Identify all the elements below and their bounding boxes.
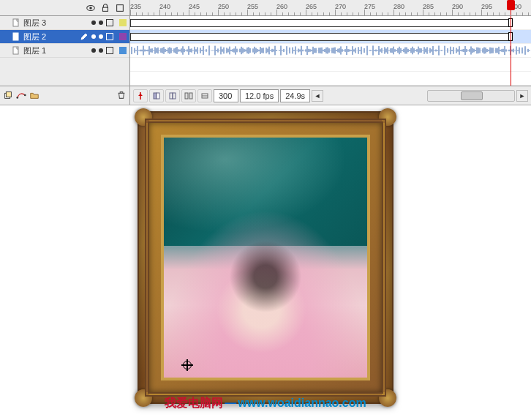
onion-skin-icon[interactable] [149, 89, 164, 102]
lock-icon[interactable] [100, 3, 110, 13]
ornate-frame[interactable] [138, 111, 393, 404]
lock-dot[interactable] [99, 20, 103, 25]
layer-page-icon [12, 46, 20, 55]
outline-icon[interactable] [115, 3, 125, 13]
outline-toggle[interactable] [106, 33, 113, 40]
svg-rect-8 [6, 91, 11, 97]
watermark-dash: — [225, 397, 236, 409]
ruler-tick-label: 280 [393, 3, 404, 10]
ruler-tick-label: 255 [247, 3, 258, 10]
svg-rect-15 [170, 93, 173, 99]
scroll-left-arrow[interactable]: ◄ [312, 90, 323, 102]
insert-folder-icon[interactable] [29, 90, 39, 102]
svg-point-9 [16, 97, 18, 99]
ruler-tick-label: 235 [130, 3, 141, 10]
scrollbar-thumb[interactable] [461, 91, 483, 100]
timeline-scrollbar[interactable] [427, 90, 515, 102]
outline-toggle[interactable] [106, 19, 113, 26]
lock-dot[interactable] [99, 48, 103, 53]
layer-color-swatch[interactable] [119, 47, 127, 54]
track-row[interactable] [130, 16, 531, 30]
ruler-tick-label: 270 [335, 3, 346, 10]
pencil-icon [80, 32, 88, 41]
svg-rect-3 [117, 4, 124, 11]
tracks-area[interactable] [130, 16, 531, 86]
onion-outline-icon[interactable] [165, 89, 180, 102]
watermark: 我爱电脑网—www.woaidiannao.com [165, 396, 366, 411]
layer-row[interactable]: 图层 1 [0, 44, 129, 58]
fps-field[interactable]: 12.0 fps [240, 89, 279, 102]
timeline-panel: 2352402452502552602652702752802852902953… [0, 0, 531, 105]
footer-right: 300 12.0 fps 24.9s ◄ ► [130, 89, 531, 102]
track-row[interactable] [130, 30, 531, 44]
edit-multiple-icon[interactable] [181, 89, 196, 102]
svg-rect-16 [173, 93, 176, 99]
frame-span[interactable] [130, 19, 511, 27]
ruler-tick-label: 240 [159, 3, 170, 10]
svg-marker-12 [138, 94, 143, 96]
playhead[interactable] [511, 0, 511, 15]
watermark-url: www.woaidiannao.com [238, 397, 366, 409]
layer-row[interactable]: 图层 2 [0, 30, 129, 44]
ruler-tick-label: 250 [218, 3, 229, 10]
visibility-dot[interactable] [91, 34, 96, 39]
ruler-tick-label: 260 [276, 3, 287, 10]
svg-rect-18 [189, 93, 192, 99]
svg-point-1 [89, 7, 92, 10]
scroll-right-arrow[interactable]: ► [516, 90, 528, 102]
footer-left [0, 86, 130, 105]
ruler-tick-label: 245 [189, 3, 200, 10]
ruler-tick-label: 290 [452, 3, 463, 10]
layer-row[interactable]: 图层 3 [0, 16, 129, 30]
svg-rect-14 [157, 93, 159, 99]
svg-point-10 [24, 94, 26, 96]
ruler-tick-label: 285 [423, 3, 434, 10]
lock-dot[interactable] [99, 34, 103, 39]
audio-waveform [130, 44, 531, 57]
timeline-ruler[interactable]: 2352402452502552602652702752802852902953… [130, 0, 531, 15]
ruler-tick-label: 295 [481, 3, 492, 10]
layer-name-label: 图层 3 [23, 18, 88, 29]
outline-toggle[interactable] [106, 47, 113, 54]
svg-rect-17 [185, 93, 188, 99]
svg-rect-5 [13, 33, 18, 40]
add-motion-guide-icon[interactable] [16, 90, 26, 102]
frame-inner [161, 135, 370, 380]
visibility-dot[interactable] [91, 20, 96, 25]
stage-canvas[interactable] [0, 105, 531, 420]
track-row[interactable] [130, 44, 531, 58]
timeline-header: 2352402452502552602652702752802852902953… [0, 0, 531, 16]
timeline-footer: 300 12.0 fps 24.9s ◄ ► [0, 86, 531, 105]
current-frame-field[interactable]: 300 [214, 89, 238, 102]
trash-icon[interactable] [116, 90, 127, 102]
center-frame-icon[interactable] [133, 89, 148, 102]
svg-rect-13 [154, 93, 157, 99]
modify-markers-icon[interactable] [197, 89, 212, 102]
svg-rect-4 [13, 19, 18, 26]
eye-icon[interactable] [86, 3, 96, 13]
layer-name-label: 图层 2 [23, 31, 77, 42]
insert-layer-icon[interactable] [3, 90, 13, 102]
layer-page-icon [12, 32, 20, 41]
ruler-tick-label: 275 [364, 3, 375, 10]
layer-color-swatch[interactable] [119, 33, 127, 40]
ruler-tick-label: 265 [306, 3, 317, 10]
layer-header-icons [0, 0, 130, 15]
visibility-dot[interactable] [91, 48, 96, 53]
svg-rect-6 [13, 47, 18, 54]
watermark-brand: 我爱电脑网 [165, 397, 223, 409]
layers-body: 图层 3 图层 2 图层 1 [0, 16, 531, 86]
layers-list: 图层 3 图层 2 图层 1 [0, 16, 130, 86]
frame-span[interactable] [130, 33, 511, 41]
layer-color-swatch[interactable] [119, 19, 127, 26]
layer-page-icon [12, 18, 20, 27]
svg-rect-2 [103, 7, 108, 11]
portrait-photo [164, 138, 367, 378]
elapsed-time-field: 24.9s [280, 89, 310, 102]
registration-point-icon[interactable] [183, 361, 192, 370]
layer-name-label: 图层 1 [23, 45, 88, 56]
